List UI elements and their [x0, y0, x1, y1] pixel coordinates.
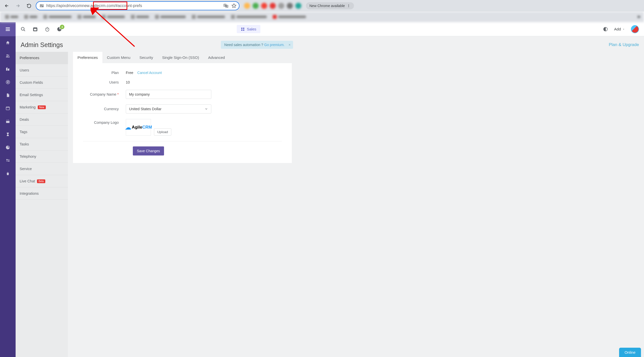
company-logo-preview: ☁ AgileCRM: [126, 119, 151, 136]
settings-nav: PreferencesUsersCustom FieldsEmail Setti…: [16, 52, 68, 357]
tab[interactable]: Custom Menu: [102, 52, 135, 63]
svg-rect-15: [6, 120, 10, 121]
theme-toggle-icon[interactable]: [603, 27, 608, 32]
tab[interactable]: Preferences: [73, 52, 102, 63]
svg-point-3: [42, 6, 43, 7]
settings-nav-item[interactable]: Telephony: [16, 150, 68, 163]
settings-nav-item[interactable]: Preferences: [16, 52, 68, 64]
calendar-icon[interactable]: [33, 27, 38, 32]
currency-label: Currency: [83, 107, 126, 111]
browser-toolbar: https://apixdrivecomnew.agilecrm.com/#ac…: [0, 0, 644, 12]
settings-nav-item[interactable]: MarketingNew: [16, 101, 68, 113]
cancel-account-link[interactable]: Cancel Account: [137, 71, 162, 75]
tab[interactable]: Security: [135, 52, 157, 63]
company-name-input[interactable]: [126, 90, 211, 99]
menu-toggle-button[interactable]: [0, 22, 16, 36]
svg-point-18: [21, 27, 24, 30]
settings-nav-item[interactable]: Deals: [16, 113, 68, 126]
svg-point-2: [41, 5, 41, 5]
bookmarks-overflow-icon[interactable]: [636, 14, 641, 19]
page-title: Admin Settings: [21, 41, 63, 49]
topbar: 4 Sales Add: [16, 22, 644, 36]
nav-badge: New: [38, 105, 46, 109]
save-changes-button[interactable]: Save Changes: [133, 146, 164, 155]
rail-contacts-icon[interactable]: [0, 49, 16, 62]
plan-value: Free: [126, 71, 133, 75]
company-name-label: Company Name *: [83, 92, 126, 96]
svg-point-6: [348, 5, 349, 5]
svg-rect-0: [40, 5, 44, 6]
rail-trash-icon[interactable]: [0, 167, 16, 180]
extension-icons: [242, 3, 303, 9]
settings-nav-item[interactable]: Integrations: [16, 187, 68, 200]
left-rail: [0, 22, 16, 357]
rail-reports-icon[interactable]: [0, 141, 16, 154]
svg-rect-24: [241, 29, 243, 31]
reload-button[interactable]: [25, 2, 33, 10]
nav-badge: Beta: [37, 179, 45, 183]
rail-companies-icon[interactable]: [0, 62, 16, 75]
upload-button[interactable]: Upload: [154, 128, 171, 136]
translate-icon[interactable]: [223, 3, 228, 8]
svg-point-8: [348, 7, 349, 7]
search-icon[interactable]: [21, 27, 26, 32]
currency-select[interactable]: United States Dollar: [126, 104, 211, 113]
settings-nav-item[interactable]: Custom Fields: [16, 76, 68, 89]
svg-rect-13: [6, 107, 10, 110]
new-chrome-button[interactable]: New Chrome available: [306, 2, 354, 9]
plan-upgrade-link[interactable]: Plan & Upgrade: [609, 42, 639, 47]
bookmarks-bar: [0, 12, 644, 22]
site-settings-icon[interactable]: [39, 3, 45, 9]
tab[interactable]: Single Sign-On (SSO): [157, 52, 204, 63]
svg-point-17: [8, 160, 10, 162]
go-premium-link[interactable]: Go premium.: [264, 43, 285, 47]
rail-hourglass-icon[interactable]: [0, 128, 16, 141]
promo-banner: Need sales automation ? Go premium. ×: [221, 41, 293, 49]
settings-nav-item[interactable]: Tasks: [16, 138, 68, 150]
settings-nav-item[interactable]: Live ChatBeta: [16, 175, 68, 187]
svg-rect-23: [243, 28, 245, 29]
svg-point-7: [348, 6, 349, 6]
svg-rect-22: [241, 28, 243, 29]
company-logo-label: Company Logo: [83, 119, 126, 125]
settings-nav-item[interactable]: Email Settings: [16, 89, 68, 101]
stats-badge: 4: [60, 25, 64, 29]
sales-button[interactable]: Sales: [237, 25, 260, 33]
svg-point-11: [8, 55, 9, 56]
users-label: Users: [83, 80, 126, 84]
settings-nav-item[interactable]: Service: [16, 163, 68, 175]
rail-home-icon[interactable]: [0, 36, 16, 49]
rail-documents-icon[interactable]: [0, 89, 16, 102]
tab[interactable]: Advanced: [204, 52, 229, 63]
timer-icon[interactable]: [45, 27, 50, 32]
rail-calendar-icon[interactable]: [0, 115, 16, 128]
rail-settings-icon[interactable]: [0, 154, 16, 167]
svg-rect-20: [34, 28, 37, 30]
svg-point-10: [7, 54, 8, 56]
settings-nav-item[interactable]: Users: [16, 64, 68, 76]
user-avatar[interactable]: [631, 25, 639, 33]
bookmark-star-icon[interactable]: [231, 3, 236, 8]
svg-point-21: [46, 28, 49, 31]
promo-close-icon[interactable]: ×: [289, 43, 291, 47]
tabs: PreferencesCustom MenuSecuritySingle Sig…: [73, 52, 639, 63]
svg-rect-25: [243, 29, 245, 31]
plan-label: Plan: [83, 71, 126, 75]
add-button[interactable]: Add: [614, 27, 625, 31]
address-bar[interactable]: https://apixdrivecomnew.agilecrm.com/#ac…: [36, 1, 239, 10]
svg-point-16: [6, 159, 8, 160]
rail-deals-icon[interactable]: [0, 75, 16, 89]
preferences-panel: Plan Free Cancel Account Users 10 Compan…: [73, 63, 292, 163]
rail-activities-icon[interactable]: [0, 102, 16, 115]
users-value: 10: [126, 80, 130, 84]
svg-rect-1: [40, 6, 44, 7]
settings-nav-item[interactable]: Tags: [16, 126, 68, 138]
stats-icon[interactable]: 4: [57, 27, 62, 32]
url-text: https://apixdrivecomnew.agilecrm.com/#ac…: [46, 4, 142, 8]
forward-button[interactable]: [14, 2, 22, 10]
online-status-badge[interactable]: Online: [619, 348, 641, 357]
back-button[interactable]: [3, 2, 11, 10]
